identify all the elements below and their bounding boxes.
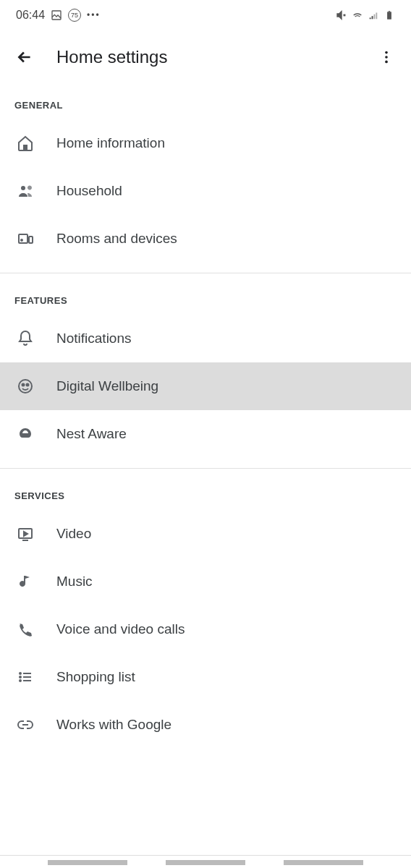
wellbeing-icon [16, 377, 35, 396]
people-icon [16, 182, 35, 200]
mute-icon [336, 9, 347, 21]
svg-point-7 [21, 186, 25, 190]
signal-icon [368, 9, 379, 21]
nav-home[interactable] [166, 860, 245, 865]
app-header: Home settings [0, 30, 411, 84]
svg-rect-8 [19, 234, 27, 243]
section-header-features: FEATURES [0, 273, 411, 315]
svg-point-19 [20, 680, 21, 681]
item-shopping-list[interactable]: Shopping list [0, 653, 411, 701]
section-header-general: GENERAL [0, 84, 411, 119]
overflow-menu-button[interactable] [376, 47, 397, 67]
item-music[interactable]: Music [0, 558, 411, 605]
nav-recents[interactable] [48, 860, 127, 865]
item-label: Shopping list [56, 669, 135, 685]
page-title: Home settings [56, 47, 355, 67]
svg-point-3 [385, 51, 388, 54]
item-rooms-devices[interactable]: Rooms and devices [0, 215, 411, 263]
battery-icon [384, 9, 395, 21]
nav-back[interactable] [284, 860, 363, 865]
item-label: Voice and video calls [56, 621, 185, 637]
android-nav-bar [0, 855, 411, 868]
music-icon [16, 572, 35, 591]
item-label: Works with Google [56, 717, 171, 733]
item-video[interactable]: Video [0, 510, 411, 558]
status-bar: 06:44 75 ••• [0, 0, 411, 30]
section-header-services: SERVICES [0, 469, 411, 510]
wifi-icon [352, 9, 363, 21]
svg-point-11 [19, 380, 32, 393]
item-works-with-google[interactable]: Works with Google [0, 701, 411, 749]
picture-icon [51, 9, 62, 21]
item-label: Rooms and devices [56, 231, 177, 247]
status-time: 06:44 [16, 9, 45, 22]
item-voice-calls[interactable]: Voice and video calls [0, 605, 411, 653]
svg-point-17 [20, 676, 21, 678]
bell-icon [16, 329, 35, 348]
item-label: Video [56, 526, 91, 542]
item-label: Nest Aware [56, 426, 127, 442]
item-label: Home information [56, 135, 165, 151]
phone-icon [16, 620, 35, 639]
more-vert-icon [378, 49, 394, 65]
svg-rect-9 [29, 237, 33, 243]
item-household[interactable]: Household [0, 167, 411, 215]
svg-point-10 [21, 239, 22, 241]
item-label: Notifications [56, 331, 132, 346]
list-icon [16, 668, 35, 686]
link-icon [16, 715, 35, 734]
more-dots-icon: ••• [87, 10, 101, 20]
battery-badge: 75 [68, 9, 81, 22]
item-label: Digital Wellbeing [56, 378, 158, 394]
svg-point-5 [385, 61, 388, 64]
item-label: Household [56, 183, 122, 199]
item-digital-wellbeing[interactable]: Digital Wellbeing [0, 362, 411, 410]
home-icon [16, 134, 35, 153]
nest-icon [16, 425, 35, 443]
svg-rect-1 [387, 12, 391, 19]
item-label: Music [56, 574, 93, 590]
item-home-information[interactable]: Home information [0, 119, 411, 167]
svg-point-13 [27, 384, 29, 386]
svg-rect-2 [389, 11, 390, 12]
arrow-left-icon [15, 48, 34, 67]
svg-point-4 [385, 56, 388, 59]
item-nest-aware[interactable]: Nest Aware [0, 410, 411, 458]
devices-icon [16, 229, 35, 248]
svg-point-15 [20, 673, 21, 674]
back-button[interactable] [14, 47, 35, 67]
item-notifications[interactable]: Notifications [0, 315, 411, 362]
video-icon [16, 524, 35, 543]
svg-rect-6 [24, 145, 27, 150]
svg-point-12 [22, 384, 25, 386]
